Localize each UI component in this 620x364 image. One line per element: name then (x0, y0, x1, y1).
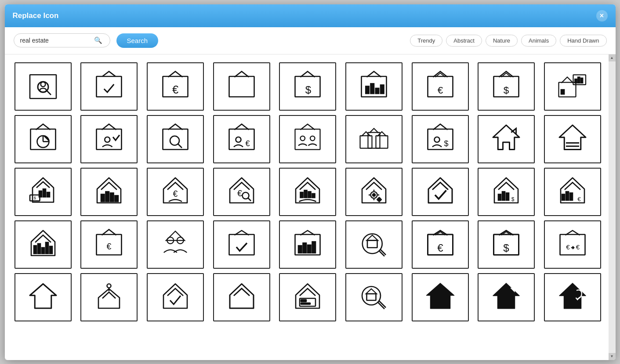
close-button[interactable]: × (596, 10, 608, 22)
search-button[interactable]: Search (116, 33, 159, 48)
filter-animals[interactable]: Animals (521, 35, 556, 47)
filter-trendy[interactable]: Trendy (410, 35, 442, 47)
svg-point-130 (107, 284, 111, 288)
svg-text:€: € (172, 83, 178, 96)
icon-cell[interactable] (544, 115, 601, 163)
icon-cell[interactable] (279, 220, 336, 269)
icon-cell[interactable] (279, 273, 336, 321)
svg-rect-6 (97, 76, 122, 97)
svg-rect-26 (561, 90, 565, 94)
icons-scroll-area[interactable]: € $ (5, 54, 616, 360)
icon-cell[interactable] (147, 220, 204, 269)
svg-point-37 (236, 137, 241, 142)
filter-nature[interactable]: Nature (486, 35, 518, 47)
icon-cell[interactable] (147, 273, 204, 321)
icon-cell[interactable] (213, 220, 270, 269)
svg-line-68 (248, 198, 251, 201)
svg-rect-137 (301, 303, 310, 304)
svg-text:€: € (577, 196, 581, 202)
icon-cell[interactable] (279, 168, 336, 216)
scroll-arrows: ▲ ▼ (609, 54, 616, 360)
svg-rect-9 (229, 76, 254, 97)
icon-cell[interactable]: $ (412, 115, 469, 163)
svg-rect-95 (566, 192, 569, 201)
svg-line-35 (178, 144, 182, 148)
svg-rect-25 (581, 78, 583, 83)
icon-cell[interactable] (80, 273, 138, 321)
svg-rect-55 (39, 191, 42, 197)
svg-rect-100 (38, 244, 40, 254)
svg-rect-56 (43, 189, 46, 197)
svg-rect-44 (368, 133, 380, 148)
filter-hand-drawn[interactable]: Hand Drawn (560, 35, 606, 47)
replace-icon-modal: Replace Icon × 🔍 Search Trendy Abstract … (5, 4, 616, 360)
svg-rect-71 (305, 191, 307, 198)
icon-cell[interactable] (345, 273, 402, 321)
scroll-up-arrow[interactable]: ▲ (609, 54, 616, 61)
svg-point-2 (40, 82, 45, 87)
icon-cell[interactable] (147, 115, 204, 163)
svg-rect-111 (298, 246, 302, 253)
icon-cell[interactable] (213, 273, 270, 321)
icon-cell[interactable]: $ (478, 220, 535, 269)
svg-rect-72 (308, 192, 311, 198)
svg-rect-140 (366, 294, 376, 300)
search-icon: 🔍 (94, 36, 102, 44)
svg-rect-31 (97, 129, 122, 150)
icon-cell[interactable] (80, 168, 138, 216)
icon-cell[interactable]: € (412, 62, 469, 111)
svg-rect-23 (575, 79, 577, 83)
icon-cell[interactable]: $ (15, 168, 72, 216)
icon-cell[interactable]: € (213, 168, 270, 216)
icon-cell[interactable]: € (147, 62, 204, 111)
icons-grid: € $ (15, 62, 606, 321)
svg-marker-139 (366, 289, 377, 294)
svg-rect-33 (163, 129, 188, 150)
svg-rect-73 (312, 194, 315, 198)
svg-rect-70 (301, 192, 303, 198)
svg-rect-101 (42, 248, 44, 254)
filter-abstract[interactable]: Abstract (446, 35, 482, 47)
icon-cell[interactable]: $ (279, 62, 336, 111)
icon-cell[interactable]: € (544, 168, 601, 216)
icon-cell[interactable] (345, 168, 402, 216)
svg-marker-132 (163, 284, 187, 309)
svg-point-76 (373, 194, 375, 196)
icon-cell[interactable] (412, 273, 469, 321)
icon-cell[interactable] (345, 220, 402, 269)
modal-header: Replace Icon × (5, 4, 616, 27)
icon-cell[interactable] (15, 220, 72, 269)
scroll-down-arrow[interactable]: ▼ (609, 353, 616, 360)
icon-cell[interactable] (544, 273, 601, 321)
icon-cell[interactable] (478, 115, 535, 163)
icon-cell[interactable]: $ (478, 168, 535, 216)
search-box: 🔍 (14, 33, 110, 47)
icon-cell[interactable] (15, 273, 72, 321)
icon-cell[interactable] (412, 168, 469, 216)
svg-text:$: $ (511, 196, 515, 202)
icon-cell[interactable] (15, 62, 72, 111)
icon-cell[interactable] (544, 62, 601, 111)
icon-cell[interactable] (80, 62, 138, 111)
icon-cell[interactable]: € (80, 220, 138, 269)
search-input[interactable] (20, 37, 91, 44)
icon-cell[interactable] (345, 62, 402, 111)
icon-cell[interactable] (80, 115, 138, 163)
icon-cell[interactable] (213, 62, 270, 111)
icon-cell[interactable]: $ (478, 62, 535, 111)
icon-cell[interactable]: € € (544, 220, 601, 269)
icon-cell[interactable]: € (213, 115, 270, 163)
icon-cell[interactable] (478, 273, 535, 321)
svg-rect-13 (366, 86, 369, 94)
svg-rect-136 (301, 300, 306, 302)
icon-cell[interactable]: € (147, 168, 204, 216)
svg-marker-116 (366, 235, 378, 241)
svg-text:$: $ (503, 242, 509, 254)
icon-cell[interactable] (345, 115, 402, 163)
svg-rect-42 (360, 136, 372, 148)
svg-rect-89 (498, 195, 501, 201)
svg-point-41 (310, 136, 315, 141)
icon-cell[interactable] (15, 115, 72, 163)
icon-cell[interactable]: € (412, 220, 469, 269)
icon-cell[interactable] (279, 115, 336, 163)
